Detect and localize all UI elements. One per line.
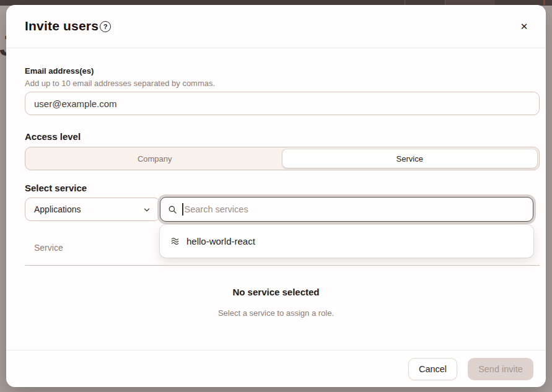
- stack-icon: [170, 237, 180, 246]
- search-results-panel: hello-world-react: [160, 225, 533, 258]
- chevron-down-icon: [142, 206, 151, 214]
- footer-divider: [6, 350, 546, 351]
- invite-users-modal: Invite users ? ✕ Email address(es) Add u…: [6, 5, 546, 387]
- email-label: Email address(es): [25, 66, 94, 76]
- select-service-label: Select service: [25, 183, 87, 193]
- empty-state-subtitle: Select a service to assign a role.: [6, 308, 546, 318]
- email-field[interactable]: [25, 92, 540, 115]
- service-category-value: Applications: [34, 204, 81, 214]
- help-icon[interactable]: ?: [100, 21, 111, 32]
- segment-service[interactable]: Service: [283, 149, 538, 168]
- modal-header: Invite users ? ✕: [6, 5, 546, 48]
- service-search-box[interactable]: [160, 197, 533, 222]
- email-helper-text: Add up to 10 email addresses separated b…: [25, 79, 215, 88]
- send-invite-button[interactable]: Send invite: [468, 358, 533, 380]
- modal-title: Invite users: [25, 19, 99, 33]
- table-divider: [25, 265, 540, 266]
- background-heading-fragment: J: [0, 34, 6, 63]
- close-icon[interactable]: ✕: [517, 20, 531, 33]
- access-level-label: Access level: [25, 131, 81, 142]
- access-level-segmented-control: Company Service: [25, 147, 540, 170]
- cancel-button[interactable]: Cancel: [408, 358, 457, 380]
- search-icon: [168, 205, 177, 214]
- search-input[interactable]: [185, 204, 526, 214]
- segment-company[interactable]: Company: [27, 149, 283, 168]
- empty-state-title: No service selected: [6, 287, 546, 297]
- service-category-select[interactable]: Applications: [25, 198, 160, 221]
- service-column-header: Service: [34, 243, 63, 253]
- result-item-hello-world-react[interactable]: hello-world-react: [160, 225, 533, 258]
- text-caret: [182, 203, 183, 216]
- result-item-label: hello-world-react: [186, 236, 255, 246]
- topbar-accent: [543, 0, 545, 5]
